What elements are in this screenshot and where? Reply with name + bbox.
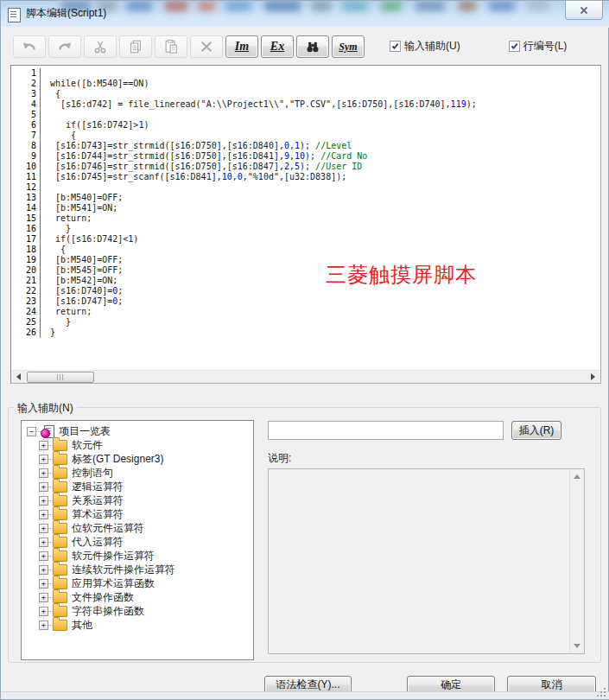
import-label: Im xyxy=(235,41,249,53)
close-icon xyxy=(580,6,588,15)
code-line: 17 if([s16:D742]<1) xyxy=(11,234,600,245)
tree-item-label: 字符串操作函数 xyxy=(72,604,144,619)
input-assist-checkbox[interactable] xyxy=(390,41,401,52)
tree-item-标签(GT Designer3)[interactable]: +标签(GT Designer3) xyxy=(22,452,253,466)
copy-button[interactable] xyxy=(119,35,152,58)
code-area[interactable]: 12 while([b:M540]==ON)3 {4 [s16:d742] = … xyxy=(11,66,600,371)
code-line: 11 [s16:D745]=str_scanf([s16:D841],10,0,… xyxy=(11,172,600,182)
collapse-box-icon[interactable]: − xyxy=(27,427,36,436)
expand-box-icon[interactable]: + xyxy=(39,524,48,533)
paste-icon xyxy=(163,39,179,54)
line-number: 22 xyxy=(11,286,40,296)
input-assist-checkbox-label: 输入辅助(U) xyxy=(404,39,460,54)
expand-box-icon[interactable]: + xyxy=(39,607,48,616)
tree-item-应用算术运算函数[interactable]: +应用算术运算函数 xyxy=(22,576,253,590)
tree-item-连续软元件操作运算符[interactable]: +连续软元件操作运算符 xyxy=(22,563,253,576)
line-number: 13 xyxy=(11,193,40,203)
paste-button[interactable] xyxy=(155,35,187,58)
editor-horizontal-scrollbar[interactable] xyxy=(11,370,600,383)
insert-button[interactable]: 插入(R) xyxy=(511,421,561,440)
undo-button[interactable] xyxy=(13,35,46,58)
insert-text-input[interactable] xyxy=(268,421,504,440)
tree-item-字符串操作函数[interactable]: +字符串操作函数 xyxy=(22,604,253,618)
expand-box-icon[interactable]: + xyxy=(39,455,48,464)
scroll-up-button[interactable] xyxy=(570,470,584,483)
export-button[interactable]: Ex xyxy=(261,35,294,58)
folder-icon xyxy=(53,537,67,548)
symbol-label: Sym xyxy=(339,41,357,52)
description-scrollbar[interactable] xyxy=(569,469,584,653)
glass-blur-decoration xyxy=(416,1,445,11)
description-box[interactable] xyxy=(268,468,585,654)
glass-blur-decoration xyxy=(489,1,515,11)
code-text: } xyxy=(40,328,600,338)
code-line: 23 [s16:D747]=0; xyxy=(11,296,600,307)
symbol-button[interactable]: Sym xyxy=(332,35,365,58)
scroll-left-button[interactable] xyxy=(12,371,25,382)
binoculars-icon xyxy=(305,40,320,54)
line-number-checkbox[interactable] xyxy=(509,41,520,52)
close-button[interactable] xyxy=(565,1,603,20)
line-number: 14 xyxy=(11,203,40,213)
script-editor[interactable]: 12 while([b:M540]==ON)3 {4 [s16:d742] = … xyxy=(10,65,601,384)
expand-box-icon[interactable]: + xyxy=(39,482,48,492)
code-line: 16 } xyxy=(11,224,600,234)
expand-box-icon[interactable]: + xyxy=(39,620,48,630)
arrow-right-icon xyxy=(591,373,595,380)
tree-item-代入运算符[interactable]: +代入运算符 xyxy=(22,535,253,549)
expand-box-icon[interactable]: + xyxy=(39,551,48,561)
expand-box-icon[interactable]: + xyxy=(39,441,48,450)
scroll-right-button[interactable] xyxy=(587,371,599,382)
scroll-down-button[interactable] xyxy=(570,640,584,652)
tree-item-文件操作函数[interactable]: +文件操作函数 xyxy=(22,590,253,604)
folder-icon xyxy=(53,454,67,465)
expand-box-icon[interactable]: + xyxy=(39,593,48,602)
project-list-icon xyxy=(41,425,54,438)
expand-box-icon[interactable]: + xyxy=(39,565,48,575)
checkmark-icon xyxy=(511,42,518,50)
glass-blur-decoration xyxy=(459,1,476,11)
folder-icon xyxy=(53,578,67,589)
code-text: [s16:D746]=str_strmid([s16:D750],[s16:D8… xyxy=(40,162,600,172)
line-number: 10 xyxy=(11,162,40,172)
scrollbar-thumb[interactable] xyxy=(27,372,94,383)
folder-icon xyxy=(53,481,67,493)
tree-item-逻辑运算符[interactable]: +逻辑运算符 xyxy=(22,480,253,493)
code-text: { xyxy=(40,245,600,255)
line-number: 9 xyxy=(11,151,40,162)
tree-root-row[interactable]: − 项目一览表 xyxy=(22,424,253,438)
delete-button[interactable] xyxy=(190,35,223,58)
expand-box-icon[interactable]: + xyxy=(39,510,48,519)
code-line: 3 { xyxy=(11,89,600,99)
code-text: { xyxy=(40,130,600,141)
expand-box-icon[interactable]: + xyxy=(39,496,48,506)
redo-button[interactable] xyxy=(48,35,81,58)
expand-box-icon[interactable]: + xyxy=(39,468,48,478)
syntax-check-label: 语法检查(Y)... xyxy=(276,678,340,692)
tree-item-软元件操作运算符[interactable]: +软元件操作运算符 xyxy=(22,549,253,563)
tree-item-算术运算符[interactable]: +算术运算符 xyxy=(22,507,253,521)
tree-item-关系运算符[interactable]: +关系运算符 xyxy=(22,493,253,507)
insert-button-label: 插入(R) xyxy=(519,423,555,438)
expand-box-icon[interactable]: + xyxy=(39,579,48,589)
tree-item-位软元件运算符[interactable]: +位软元件运算符 xyxy=(22,521,253,535)
tree-item-软元件[interactable]: +软元件 xyxy=(22,438,253,452)
code-text: return; xyxy=(40,307,600,317)
expand-box-icon[interactable]: + xyxy=(39,538,48,547)
find-button[interactable] xyxy=(296,35,329,58)
folder-icon xyxy=(53,550,67,562)
script-document-icon xyxy=(8,8,21,22)
import-button[interactable]: Im xyxy=(225,35,258,58)
code-line: 19 [b:M540]=OFF; xyxy=(11,255,600,265)
cut-button[interactable] xyxy=(84,35,117,58)
project-tree-panel[interactable]: − 项目一览表 +软元件+标签(GT Designer3)+控制语句+逻辑运算符… xyxy=(21,420,254,660)
line-number: 18 xyxy=(11,245,40,255)
glass-blur-decoration xyxy=(126,1,152,11)
tree-item-控制语句[interactable]: +控制语句 xyxy=(22,466,253,480)
glass-blur-decoration xyxy=(381,1,402,11)
tree-item-其他[interactable]: +其他 xyxy=(22,618,253,632)
arrow-down-icon xyxy=(574,644,580,648)
code-text xyxy=(40,110,600,120)
copy-icon xyxy=(128,39,143,54)
code-line: 22 [s16:D740]=0; xyxy=(11,286,600,296)
